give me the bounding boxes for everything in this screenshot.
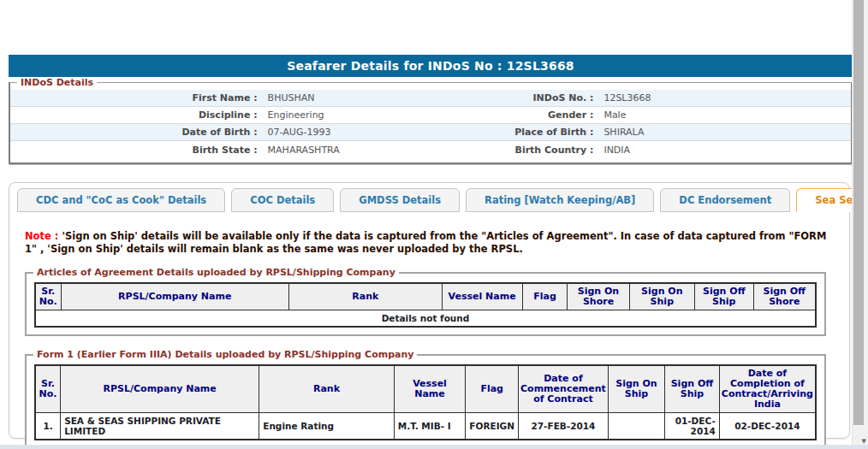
col-rank: Rank <box>288 283 442 310</box>
seafarer-details-page: Seafarer Details for INDoS No : 12SL3668… <box>0 0 868 449</box>
col-date-of-completion: Date of Completion of Contract/Arriving … <box>719 365 816 413</box>
tab-cdc-coc-as-cook[interactable]: CDC and "CoC as Cook" Details <box>17 188 225 212</box>
cell-vessel: M.T. MIB- I <box>394 413 466 440</box>
place-of-birth-label: Place of Birth : <box>439 127 599 138</box>
tab-dc-endorsement[interactable]: DC Endorsement <box>660 188 790 212</box>
indos-row: Birth State : MAHARASHTRA Birth Country … <box>10 141 851 158</box>
articles-of-agreement-table: Sr. No. RPSL/Company Name Rank Vessel Na… <box>34 282 817 328</box>
scrollbar-down-arrow-icon[interactable]: ▼ <box>862 438 866 445</box>
table-row: 1. SEA & SEAS SHIPPING PRIVATE LIMITED E… <box>35 413 816 440</box>
indos-no-value: 12SL3668 <box>598 92 851 103</box>
tab-content-panel: CDC and "CoC as Cook" Details COC Detail… <box>9 182 850 439</box>
cell-company: SEA & SEAS SHIPPING PRIVATE LIMITED <box>61 413 259 440</box>
col-sign-off-ship: Sign Off Ship <box>695 283 753 310</box>
form1-legend: Form 1 (Earlier Form IIIA) Details uploa… <box>33 349 417 360</box>
col-vessel-name: Vessel Name <box>442 283 522 310</box>
sign-on-ship-note: Note : 'Sign on Ship' details will be av… <box>25 230 835 256</box>
scrollbar-thumb[interactable] <box>853 0 864 425</box>
empty-row: Details not found <box>35 310 816 328</box>
form1-table: Sr. No. RPSL/Company Name Rank Vessel Na… <box>34 364 817 440</box>
place-of-birth-value: SHIRALA <box>598 127 851 138</box>
birth-state-value: MAHARASHTRA <box>263 145 439 156</box>
col-vessel-name: Vessel Name <box>394 365 466 413</box>
dob-label: Date of Birth : <box>10 127 263 138</box>
col-rank: Rank <box>259 365 394 413</box>
col-rpsl-company-name: RPSL/Company Name <box>61 283 288 310</box>
col-sr-no: Sr. No. <box>35 365 61 413</box>
details-not-found-message: Details not found <box>35 310 816 328</box>
col-sign-on-ship: Sign On Ship <box>608 365 664 413</box>
page-title: Seafarer Details for INDoS No : 12SL3668 <box>9 55 853 77</box>
vertical-scrollbar[interactable]: ▼ <box>852 0 868 445</box>
indos-row: Discipline : Engineering Gender : Male <box>10 107 851 124</box>
tab-bar: CDC and "CoC as Cook" Details COC Detail… <box>17 188 849 212</box>
indos-details-grid: First Name : BHUSHAN INDoS No. : 12SL366… <box>10 90 851 158</box>
col-flag: Flag <box>466 365 519 413</box>
cell-sign-off-ship: 01-DEC-2014 <box>665 413 720 440</box>
cell-completion-date: 02-DEC-2014 <box>719 413 816 440</box>
cell-rank: Engine Rating <box>259 413 394 440</box>
col-flag: Flag <box>522 283 568 310</box>
col-sign-off-ship: Sign Off Ship <box>665 365 720 413</box>
cell-flag: FOREIGN <box>466 413 519 440</box>
col-rpsl-company-name: RPSL/Company Name <box>61 365 259 413</box>
tab-gmdss-details[interactable]: GMDSS Details <box>340 188 460 212</box>
cell-sr-no: 1. <box>35 413 61 440</box>
form1-fieldset: Form 1 (Earlier Form IIIA) Details uploa… <box>25 349 826 449</box>
indos-details-legend: INDoS Details <box>17 77 97 88</box>
cell-commencement-date: 27-FEB-2014 <box>519 413 609 440</box>
indos-row: Date of Birth : 07-AUG-1993 Place of Bir… <box>10 124 851 141</box>
col-sign-off-shore: Sign Off Shore <box>753 283 816 310</box>
col-date-of-commencement: Date of Commencement of Contract <box>519 365 609 413</box>
gender-label: Gender : <box>439 109 599 121</box>
discipline-label: Discipline : <box>10 109 263 121</box>
articles-of-agreement-fieldset: Articles of Agreement Details uploaded b… <box>25 267 826 336</box>
discipline-value: Engineering <box>263 109 439 121</box>
birth-country-value: INDIA <box>598 145 851 156</box>
gender-value: Male <box>598 109 851 121</box>
note-prefix: Note : <box>25 230 62 242</box>
indos-row: First Name : BHUSHAN INDoS No. : 12SL366… <box>10 90 851 107</box>
indos-details-fieldset: INDoS Details First Name : BHUSHAN INDoS… <box>9 77 853 164</box>
col-sign-on-ship: Sign On Ship <box>629 283 695 310</box>
cell-sign-on-ship <box>608 413 664 440</box>
table-header-row: Sr. No. RPSL/Company Name Rank Vessel Na… <box>35 283 816 310</box>
tab-rating-watch-keeping-ab[interactable]: Rating [Watch Keeping/AB] <box>466 188 654 212</box>
col-sr-no: Sr. No. <box>35 283 61 310</box>
first-name-value: BHUSHAN <box>263 92 439 103</box>
col-sign-on-shore: Sign On Shore <box>568 283 629 310</box>
articles-of-agreement-legend: Articles of Agreement Details uploaded b… <box>33 267 399 278</box>
birth-country-label: Birth Country : <box>439 145 599 156</box>
dob-value: 07-AUG-1993 <box>263 127 439 138</box>
first-name-label: First Name : <box>10 92 263 103</box>
bottom-edge-strip <box>0 445 868 449</box>
birth-state-label: Birth State : <box>10 145 263 156</box>
tab-coc-details[interactable]: COC Details <box>231 188 334 212</box>
indos-no-label: INDoS No. : <box>439 92 599 103</box>
note-body: 'Sign on Ship' details will be available… <box>25 230 826 255</box>
table-header-row: Sr. No. RPSL/Company Name Rank Vessel Na… <box>35 365 816 413</box>
